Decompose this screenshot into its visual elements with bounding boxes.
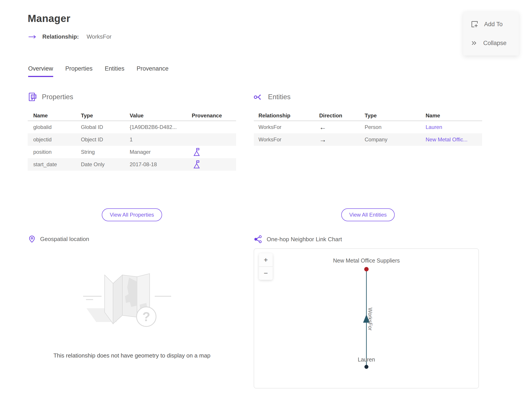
col-header-type: Type: [81, 112, 130, 119]
actions-panel: Add To Collapse: [463, 12, 519, 55]
tab-bar: Overview Properties Entities Provenance: [28, 65, 168, 77]
col-header-provenance: Provenance: [192, 112, 236, 119]
tab-entities[interactable]: Entities: [105, 65, 125, 77]
entities-section-header: Entities: [254, 92, 291, 102]
cell-name: start_date: [28, 161, 81, 168]
link-chart-section-header: One-hop Neighbor Link Chart: [254, 235, 342, 243]
provenance-flag-icon[interactable]: [192, 148, 236, 156]
direction-arrow: ←: [319, 123, 365, 131]
cell-relationship: WorksFor: [254, 124, 319, 130]
cell-type: Company: [365, 136, 426, 143]
table-row: objectid Object ID 1: [28, 133, 236, 146]
properties-table: Name Type Value Provenance globalid Glob…: [28, 110, 236, 171]
cell-type: Object ID: [81, 136, 130, 143]
geospatial-section-header: Geospatial location: [28, 235, 89, 243]
link-chart-canvas[interactable]: WorksFor New Metal Office Suppliers Laur…: [254, 248, 479, 388]
table-row: WorksFor ← Person Lauren: [254, 121, 482, 133]
properties-section-header: Properties: [28, 92, 73, 102]
direction-arrow: →: [319, 136, 365, 144]
arrow-right-icon: [28, 35, 37, 39]
person-node[interactable]: [364, 365, 368, 369]
table-row: WorksFor → Company New Metal Offic...: [254, 133, 482, 146]
relationship-value: WorksFor: [87, 33, 112, 40]
bottom-node-label: Lauren: [358, 356, 375, 363]
zoom-in-button[interactable]: +: [259, 253, 273, 266]
no-geometry-message: This relationship does not have geometry…: [28, 352, 236, 359]
entity-link[interactable]: New Metal Offic...: [426, 136, 482, 143]
properties-section-title: Properties: [42, 93, 73, 101]
company-node[interactable]: [364, 267, 369, 271]
col-header-name: Name: [426, 112, 482, 119]
table-row: start_date Date Only 2017-08-18: [28, 158, 236, 171]
relationship-detail-page: Manager Relationship:WorksFor Add To Col…: [0, 0, 532, 403]
page-title: Manager: [28, 13, 70, 24]
svg-text:?: ?: [142, 309, 150, 324]
table-row: position String Manager: [28, 146, 236, 158]
cell-type: Date Only: [81, 161, 130, 168]
view-all-entities-button[interactable]: View All Entities: [341, 208, 395, 221]
entity-link[interactable]: Lauren: [426, 124, 482, 130]
tab-properties[interactable]: Properties: [65, 65, 93, 77]
add-to-button[interactable]: Add To: [463, 20, 519, 28]
link-chart-graph: WorksFor New Metal Office Suppliers Laur…: [254, 249, 479, 388]
cell-type: Global ID: [81, 124, 130, 130]
add-to-icon: [471, 20, 478, 28]
chevrons-right-icon: [471, 40, 477, 46]
collapse-button[interactable]: Collapse: [463, 40, 519, 47]
entities-table-header: Relationship Direction Type Name: [254, 110, 482, 121]
relationship-label: Relationship:: [42, 33, 79, 40]
properties-table-header: Name Type Value Provenance: [28, 110, 236, 121]
edge-label: WorksFor: [367, 308, 373, 331]
cell-value: 1: [130, 136, 192, 143]
col-header-direction: Direction: [319, 112, 365, 119]
collapse-label: Collapse: [483, 40, 507, 47]
map-pin-icon: [28, 235, 36, 243]
cell-name: position: [28, 149, 81, 155]
top-node-label: New Metal Office Suppliers: [333, 257, 400, 264]
cell-type: Person: [365, 124, 426, 130]
entities-section-title: Entities: [268, 93, 291, 101]
zoom-out-button[interactable]: −: [259, 266, 273, 280]
col-header-relationship: Relationship: [254, 112, 319, 119]
col-header-value: Value: [130, 112, 192, 119]
empty-map-illustration: ?: [73, 261, 197, 350]
link-chart-section-title: One-hop Neighbor Link Chart: [267, 236, 342, 243]
view-all-properties-button[interactable]: View All Properties: [102, 208, 162, 221]
relationship-subtitle: Relationship:WorksFor: [28, 33, 112, 40]
col-header-type: Type: [365, 112, 426, 119]
tab-overview[interactable]: Overview: [28, 65, 53, 77]
cell-value: 2017-08-18: [130, 161, 192, 168]
properties-icon: [28, 92, 38, 102]
cell-type: String: [81, 149, 130, 155]
entities-column: Entities Relationship Direction Type Nam…: [254, 92, 482, 394]
entities-table: Relationship Direction Type Name WorksFo…: [254, 110, 482, 146]
provenance-flag-icon[interactable]: [192, 160, 236, 169]
cell-name: globalid: [28, 124, 81, 130]
properties-column: Properties Name Type Value Provenance gl…: [28, 92, 236, 394]
cell-relationship: WorksFor: [254, 136, 319, 143]
cell-value: Manager: [130, 149, 192, 155]
zoom-controls: + −: [259, 253, 273, 280]
col-header-name: Name: [28, 112, 81, 119]
add-to-label: Add To: [484, 21, 503, 28]
cell-value: {1A9DB2B6-D482...: [130, 124, 192, 130]
cell-name: objectid: [28, 136, 81, 143]
link-chart-icon: [254, 235, 262, 243]
table-row: globalid Global ID {1A9DB2B6-D482...: [28, 121, 236, 133]
tab-provenance[interactable]: Provenance: [137, 65, 168, 77]
geospatial-section-title: Geospatial location: [40, 236, 89, 243]
entities-icon: [254, 92, 264, 102]
